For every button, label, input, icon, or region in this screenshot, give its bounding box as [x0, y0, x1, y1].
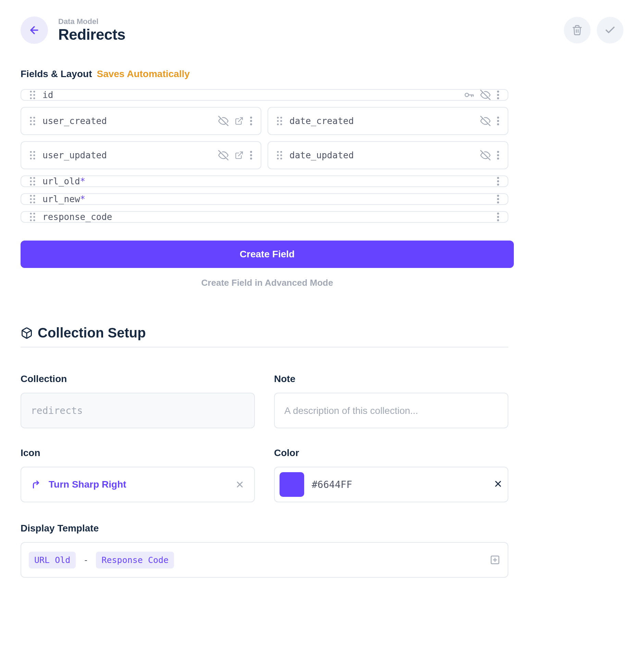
svg-point-16 [33, 117, 35, 119]
svg-point-20 [33, 123, 35, 125]
add-template-field-button[interactable] [490, 555, 500, 565]
note-label: Note [274, 373, 508, 384]
field-menu-button[interactable] [497, 212, 499, 221]
svg-point-67 [33, 195, 35, 197]
hidden-icon[interactable] [480, 150, 491, 160]
field-menu-button[interactable] [497, 151, 499, 160]
display-template-label: Display Template [21, 523, 508, 534]
open-external-icon[interactable] [235, 117, 244, 125]
fields-section-label: Fields & Layout [21, 69, 92, 79]
color-group: Color #6644FF [274, 448, 508, 502]
svg-point-18 [33, 120, 35, 122]
color-swatch[interactable] [280, 472, 304, 497]
icon-input[interactable]: Turn Sharp Right [21, 467, 255, 502]
drag-handle-icon[interactable] [29, 195, 36, 204]
open-external-icon[interactable] [235, 151, 244, 160]
field-row-user-updated[interactable]: user_updated [21, 141, 261, 169]
icon-label: Icon [21, 448, 255, 458]
field-menu-button[interactable] [497, 177, 499, 186]
svg-point-54 [497, 151, 499, 153]
drag-handle-icon[interactable] [29, 151, 36, 160]
drag-handle-icon[interactable] [276, 117, 283, 125]
template-separator: - [81, 555, 90, 565]
save-button[interactable] [597, 17, 623, 44]
svg-point-47 [277, 151, 279, 153]
svg-point-23 [250, 117, 252, 119]
field-row-response-code[interactable]: response_code [21, 211, 508, 223]
field-row-date-created[interactable]: date_created [268, 107, 508, 135]
svg-point-81 [497, 212, 499, 214]
svg-point-5 [30, 97, 32, 99]
svg-point-51 [277, 158, 279, 159]
svg-point-78 [33, 216, 35, 218]
svg-point-38 [30, 154, 32, 156]
back-button[interactable] [21, 16, 48, 44]
svg-point-1 [30, 91, 32, 93]
svg-point-75 [30, 213, 32, 214]
hidden-icon[interactable] [218, 150, 228, 160]
create-field-button[interactable]: Create Field [21, 241, 514, 268]
field-row-url-new[interactable]: url_new* [21, 193, 508, 205]
field-menu-button[interactable] [497, 90, 499, 99]
header-actions [564, 17, 623, 44]
drag-handle-icon[interactable] [29, 117, 36, 125]
delete-button[interactable] [564, 17, 591, 44]
hidden-icon[interactable] [480, 90, 491, 100]
turn-sharp-right-icon [31, 479, 41, 490]
field-actions [218, 116, 252, 126]
drag-handle-icon[interactable] [276, 151, 283, 160]
field-menu-button[interactable] [250, 151, 252, 160]
field-name: url_new* [42, 194, 490, 204]
template-chip[interactable]: URL Old [29, 552, 76, 568]
field-menu-button[interactable] [497, 195, 499, 204]
template-chip[interactable]: Response Code [96, 552, 174, 568]
field-row-date-updated[interactable]: date_updated [268, 141, 508, 169]
fields-list: id user_created date_created [21, 89, 508, 223]
field-actions [497, 212, 499, 221]
svg-point-4 [33, 94, 35, 96]
svg-point-37 [33, 151, 35, 153]
svg-point-28 [277, 120, 279, 122]
field-row-id[interactable]: id [21, 89, 508, 101]
hidden-icon[interactable] [218, 116, 228, 126]
create-field-advanced-link[interactable]: Create Field in Advanced Mode [21, 278, 514, 288]
drag-handle-icon[interactable] [29, 212, 36, 221]
svg-point-41 [33, 158, 35, 159]
field-menu-button[interactable] [250, 117, 252, 125]
svg-point-61 [30, 184, 32, 185]
field-actions [480, 150, 499, 160]
field-name: response_code [42, 212, 490, 222]
display-template-group: Display Template URL Old - Response Code [21, 523, 508, 578]
clear-color-button[interactable] [493, 479, 503, 490]
display-template-input[interactable]: URL Old - Response Code [21, 542, 508, 578]
clear-icon-button[interactable] [235, 480, 245, 489]
drag-handle-icon[interactable] [29, 90, 36, 99]
check-icon [604, 24, 616, 36]
field-name: date_created [289, 116, 473, 126]
field-menu-button[interactable] [497, 117, 499, 125]
arrow-left-icon [28, 24, 40, 36]
trash-icon [572, 25, 583, 36]
autosave-label: Saves Automatically [97, 69, 189, 79]
svg-point-7 [465, 93, 469, 97]
svg-point-44 [250, 151, 252, 153]
svg-point-82 [497, 216, 499, 218]
hidden-icon[interactable] [480, 116, 491, 126]
svg-point-12 [497, 90, 499, 93]
svg-point-2 [33, 91, 35, 93]
drag-handle-icon[interactable] [29, 177, 36, 186]
close-icon [235, 480, 245, 489]
note-input[interactable] [274, 393, 508, 428]
icon-group: Icon Turn Sharp Right [21, 448, 255, 502]
svg-point-15 [30, 117, 32, 119]
collection-input [21, 393, 255, 428]
svg-point-17 [30, 120, 32, 122]
svg-line-22 [238, 118, 243, 122]
icon-value: Turn Sharp Right [49, 479, 227, 490]
color-input[interactable]: #6644FF [274, 467, 508, 502]
field-row-url-old[interactable]: url_old* [21, 175, 508, 187]
svg-point-33 [497, 117, 499, 119]
collection-setup-heading: Collection Setup [21, 325, 508, 347]
svg-point-6 [33, 97, 35, 99]
field-row-user-created[interactable]: user_created [21, 107, 261, 135]
